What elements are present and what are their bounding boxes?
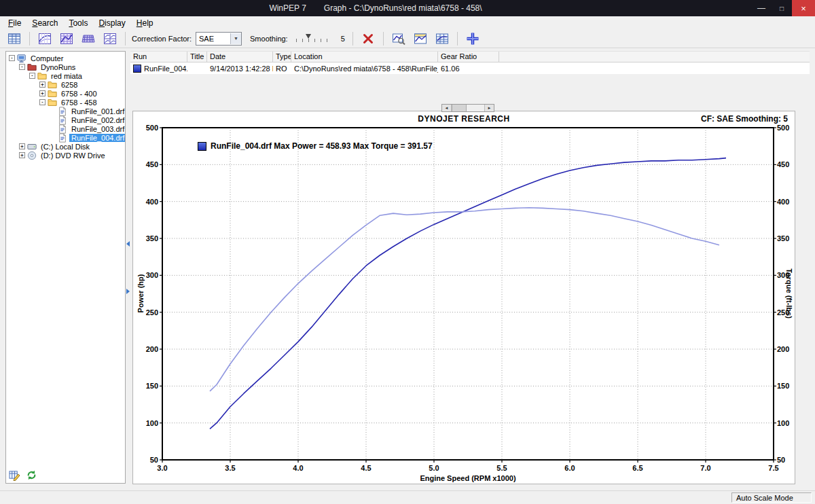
- run-table: RunTitleDateTypeLocationGear Ratio RunFi…: [130, 51, 810, 74]
- scroll-left-icon[interactable]: ◄: [442, 105, 452, 111]
- tree-item-dynoruns[interactable]: -DynoRuns: [6, 62, 125, 71]
- tree-item-runfile-003-drf[interactable]: RunFile_003.drf: [6, 124, 125, 133]
- dvd-icon: [27, 151, 37, 160]
- slider-thumb[interactable]: [306, 34, 311, 39]
- tree-item-computer[interactable]: -Computer: [6, 54, 125, 62]
- tree-expander-icon[interactable]: -: [39, 99, 46, 105]
- tree-expander-icon[interactable]: +: [19, 152, 25, 158]
- menu-item-tools[interactable]: Tools: [63, 18, 93, 29]
- scroll-right-icon[interactable]: ►: [484, 105, 494, 111]
- tree-item-label: (D:) DVD RW Drive: [39, 151, 107, 160]
- compare-runs-button[interactable]: [432, 30, 452, 48]
- menu-item-search[interactable]: Search: [26, 18, 63, 29]
- tree-item-label: red miata: [49, 72, 84, 80]
- y-tick-label-right: 150: [777, 382, 795, 390]
- column-header-title[interactable]: Title: [187, 52, 207, 62]
- column-header-run[interactable]: Run: [130, 52, 187, 62]
- tree-item-d-dvd-rw-drive[interactable]: +(D:) DVD RW Drive: [6, 151, 125, 160]
- toolbar-separator: [352, 32, 353, 46]
- zoom-graph-button[interactable]: [388, 30, 409, 48]
- panel-splitter[interactable]: [126, 51, 130, 484]
- y-tick-label-right: 400: [777, 198, 795, 206]
- chart-cf-annotation: CF: SAE Smoothing: 5: [701, 114, 788, 124]
- menu-item-help[interactable]: Help: [131, 18, 159, 29]
- crosshair-button[interactable]: [463, 30, 483, 48]
- tree-expander-icon[interactable]: -: [29, 73, 35, 79]
- tree-item-label: DynoRuns: [39, 63, 77, 71]
- y-tick-label-left: 150: [133, 382, 158, 390]
- column-header-type[interactable]: Type: [273, 52, 291, 62]
- tree-expander-icon[interactable]: +: [39, 90, 46, 96]
- x-tick-label: 5.5: [492, 464, 512, 472]
- series-color-swatch: [198, 142, 206, 151]
- x-axis-label: Engine Speed (RPM x1000): [162, 474, 774, 482]
- close-graph-button[interactable]: [358, 30, 378, 48]
- tree-item-runfile-001-drf[interactable]: RunFile_001.drf: [6, 107, 125, 115]
- run-table-body: RunFile_004.drf9/14/2013 1:42:28 PMROC:\…: [130, 62, 810, 74]
- table-row[interactable]: RunFile_004.drf9/14/2013 1:42:28 PMROC:\…: [130, 62, 810, 74]
- y-axis-label-left: Power (hp): [137, 274, 145, 313]
- tree-item-6258[interactable]: +6258: [6, 80, 125, 89]
- menu-item-file[interactable]: File: [3, 18, 26, 29]
- smoothing-slider[interactable]: [295, 34, 334, 43]
- close-button[interactable]: ×: [792, 0, 815, 16]
- y-tick-label-right: 350: [777, 234, 795, 242]
- correction-factor-select[interactable]: SAE ▼: [196, 32, 242, 46]
- status-bar: Auto Scale Mode: [0, 490, 815, 504]
- file-tree: -Computer-DynoRuns-red miata+6258+6758 -…: [6, 52, 125, 160]
- multi-graph-button[interactable]: [100, 30, 120, 48]
- x-tick-label: 3.0: [152, 464, 173, 472]
- column-header-location[interactable]: Location: [291, 52, 438, 62]
- tree-item-label: RunFile_004.drf: [69, 134, 126, 142]
- title-bar: WinPEP 7Graph - C:\DynoRuns\red miata\67…: [0, 0, 815, 16]
- x-tick-label: 6.5: [628, 464, 648, 472]
- file-icon: [58, 124, 67, 134]
- tree-item-runfile-002-drf[interactable]: RunFile_002.drf: [6, 115, 125, 124]
- tree-expander-icon[interactable]: -: [9, 55, 15, 61]
- folder-red-icon: [27, 62, 37, 72]
- file-icon: [58, 107, 67, 116]
- tree-item-red-miata[interactable]: -red miata: [6, 71, 125, 80]
- app-name: WinPEP 7: [269, 3, 306, 13]
- y-tick-label-right: 450: [777, 160, 795, 168]
- window-title: WinPEP 7Graph - C:\DynoRuns\red miata\67…: [0, 3, 751, 13]
- x-tick-label: 4.5: [356, 464, 376, 472]
- tree-item-label: Computer: [29, 54, 65, 62]
- tree-panel-tools: [9, 469, 37, 481]
- minimize-button[interactable]: —: [751, 0, 772, 16]
- collapse-right-icon[interactable]: [126, 289, 130, 294]
- graph-horizontal-scrollbar[interactable]: ◄ ►: [441, 104, 494, 112]
- chart-title: DYNOJET RESEARCH: [133, 114, 795, 124]
- y-tick-label-right: 50: [777, 456, 795, 464]
- tree-item-6758-400[interactable]: +6758 - 400: [6, 89, 125, 98]
- collapse-left-icon[interactable]: [126, 241, 130, 247]
- menu-item-display[interactable]: Display: [93, 18, 130, 29]
- column-header-filler: [499, 52, 810, 62]
- graph-overlay-button[interactable]: [56, 30, 77, 48]
- slider-ticks: [296, 39, 333, 42]
- tree-item-c-local-disk[interactable]: +(C:) Local Disk: [6, 142, 125, 151]
- tree-expander-icon[interactable]: +: [19, 143, 25, 149]
- cell-date: 9/14/2013 1:42:28 PM: [207, 65, 273, 73]
- graph-view-button[interactable]: [35, 30, 55, 48]
- edit-runs-button[interactable]: [9, 469, 20, 481]
- surface-map-icon: [82, 32, 95, 46]
- correction-factor-value: SAE: [196, 35, 230, 43]
- tree-item-label: 6758 - 400: [59, 90, 99, 98]
- column-header-gear-ratio[interactable]: Gear Ratio: [438, 52, 499, 62]
- y-tick-label-left: 250: [133, 308, 158, 317]
- surface-map-button[interactable]: [78, 30, 98, 48]
- data-grid-button[interactable]: [4, 30, 24, 48]
- column-header-date[interactable]: Date: [207, 52, 273, 62]
- highlight-run-button[interactable]: [410, 30, 431, 48]
- tree-expander-icon[interactable]: +: [39, 82, 46, 88]
- maximize-button[interactable]: □: [772, 0, 792, 16]
- x-tick-label: 3.5: [220, 464, 240, 472]
- tree-item-runfile-004-drf[interactable]: RunFile_004.drf: [6, 133, 125, 142]
- tree-expander-icon[interactable]: -: [19, 64, 25, 70]
- crosshair-icon: [466, 32, 479, 46]
- refresh-button[interactable]: [26, 469, 37, 481]
- tree-expander-spacer: [50, 117, 56, 123]
- tree-item-6758-458[interactable]: -6758 - 458: [6, 98, 125, 107]
- scrollbar-thumb[interactable]: [452, 105, 467, 111]
